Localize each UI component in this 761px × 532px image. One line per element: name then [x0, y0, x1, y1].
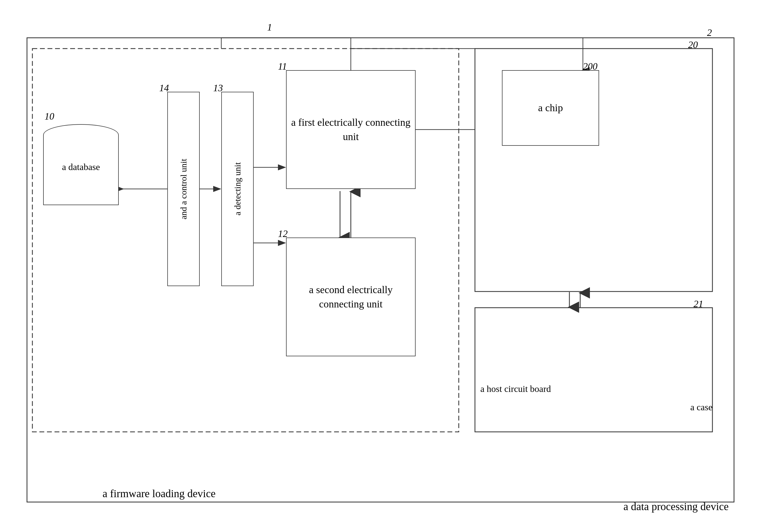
second-connecting-label: a second electrically connecting unit: [287, 283, 415, 311]
label-21: 21: [693, 298, 703, 310]
control-unit-label: and a control unit: [179, 159, 189, 219]
chip-box: a chip: [502, 70, 599, 146]
label-14: 14: [159, 82, 169, 94]
second-connecting-box: a second electrically connecting unit: [286, 238, 416, 356]
control-unit-box: and a control unit: [167, 92, 200, 286]
label-2: 2: [707, 27, 712, 38]
host-board-label: a host circuit board: [480, 384, 551, 394]
svg-rect-9: [475, 308, 712, 432]
data-processing-label: a data processing device: [623, 500, 729, 513]
label-1: 1: [267, 22, 272, 33]
label-200: 200: [583, 61, 598, 72]
case-label: a case: [690, 402, 712, 412]
label-11: 11: [278, 61, 287, 72]
first-connecting-label: a first electrically connecting unit: [287, 115, 415, 144]
firmware-label: a firmware loading device: [102, 487, 216, 500]
first-connecting-box: a first electrically connecting unit: [286, 70, 416, 189]
label-10: 10: [44, 111, 54, 122]
detecting-unit-box: a detecting unit: [221, 92, 254, 286]
detecting-unit-label: a detecting unit: [233, 162, 243, 215]
label-12: 12: [278, 228, 288, 239]
database-component: a database: [43, 124, 119, 216]
database-label: a database: [43, 162, 119, 172]
chip-label: a chip: [538, 101, 563, 115]
label-20: 20: [688, 39, 698, 50]
label-13: 13: [213, 82, 223, 94]
